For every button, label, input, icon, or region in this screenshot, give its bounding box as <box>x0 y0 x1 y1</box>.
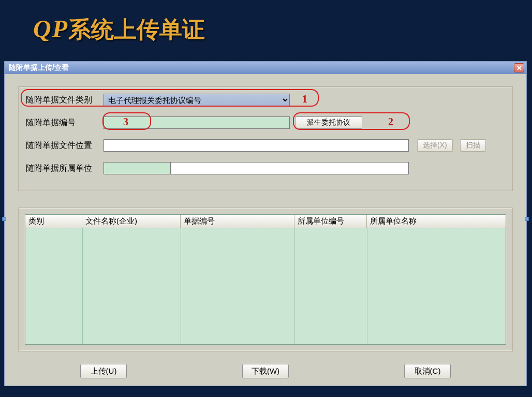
cancel-button[interactable]: 取消(C) <box>404 364 451 378</box>
close-icon[interactable]: ✕ <box>514 63 524 72</box>
selection-handle <box>2 217 6 221</box>
doc-no-input[interactable] <box>104 116 290 129</box>
grid-header: 类别 文件名称(企业) 单据编号 所属单位编号 所属单位名称 <box>25 215 506 228</box>
col-docno[interactable]: 单据编号 <box>181 215 294 228</box>
file-pos-label: 随附单据文件位置 <box>26 140 104 151</box>
callout-number-3: 3 <box>123 116 128 128</box>
scan-button: 扫描 <box>460 139 486 152</box>
slide-title-prefix: QP <box>33 15 68 42</box>
grid-panel: 类别 文件名称(企业) 单据编号 所属单位编号 所属单位名称 <box>18 208 513 351</box>
row-doc-number: 随附单据编号 派生委托协议 3 2 <box>26 115 505 130</box>
select-button: 选择(X) <box>417 139 453 152</box>
upload-button[interactable]: 上传(U) <box>80 364 127 378</box>
form-panel: 随附单据文件类别 电子代理报关委托协议编号 1 随附单据编号 派生委托协议 3 … <box>18 86 513 191</box>
derive-agreement-button[interactable]: 派生委托协议 <box>295 116 362 129</box>
row-file-type: 随附单据文件类别 电子代理报关委托协议编号 1 <box>26 92 505 108</box>
company-name-input[interactable] <box>171 162 409 174</box>
slide-title: QP系统上传单证 <box>33 14 205 45</box>
callout-number-2: 2 <box>388 116 393 128</box>
callout-number-1: 1 <box>302 93 307 105</box>
file-pos-input[interactable] <box>104 139 409 152</box>
download-button[interactable]: 下载(W) <box>242 364 289 378</box>
company-label: 随附单据所属单位 <box>26 163 104 174</box>
row-file-position: 随附单据文件位置 选择(X) 扫描 <box>26 138 505 153</box>
file-type-dropdown[interactable]: 电子代理报关委托协议编号 <box>104 94 290 106</box>
footer-buttons: 上传(U) 下载(W) 取消(C) <box>18 364 513 378</box>
grid-body[interactable] <box>25 228 506 344</box>
company-code-input[interactable] <box>104 162 171 174</box>
col-type[interactable]: 类别 <box>25 215 82 228</box>
row-company: 随附单据所属单位 <box>26 160 505 176</box>
slide-title-rest: 系统上传单证 <box>68 17 205 42</box>
selection-handle <box>525 217 529 221</box>
col-company-code[interactable]: 所属单位编号 <box>294 215 367 228</box>
col-company-name[interactable]: 所属单位名称 <box>367 215 506 228</box>
titlebar: 随附单据上传/查看 ✕ <box>5 62 526 74</box>
dialog-window: 随附单据上传/查看 ✕ 随附单据文件类别 电子代理报关委托协议编号 1 随附单据… <box>4 61 527 386</box>
col-filename[interactable]: 文件名称(企业) <box>82 215 181 228</box>
grid: 类别 文件名称(企业) 单据编号 所属单位编号 所属单位名称 <box>25 214 506 345</box>
doc-no-label: 随附单据编号 <box>26 117 104 128</box>
dialog-title: 随附单据上传/查看 <box>9 63 69 72</box>
file-type-label: 随附单据文件类别 <box>26 95 104 106</box>
